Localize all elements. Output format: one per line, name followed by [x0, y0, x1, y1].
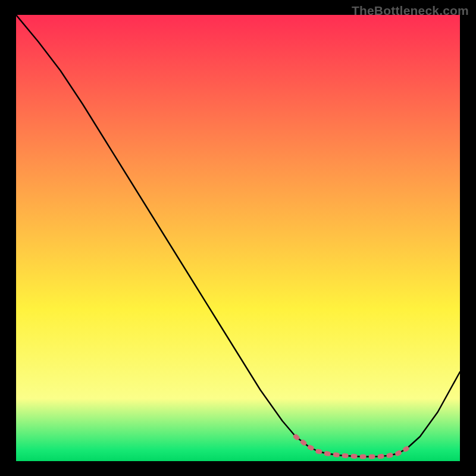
optimal-range-highlight: [296, 437, 406, 457]
chart-stage: TheBottleneck.com: [0, 0, 476, 476]
plot-area: [16, 15, 460, 461]
watermark-text: TheBottleneck.com: [352, 4, 469, 18]
curve-layer: [16, 15, 460, 461]
bottleneck-curve: [16, 15, 460, 457]
